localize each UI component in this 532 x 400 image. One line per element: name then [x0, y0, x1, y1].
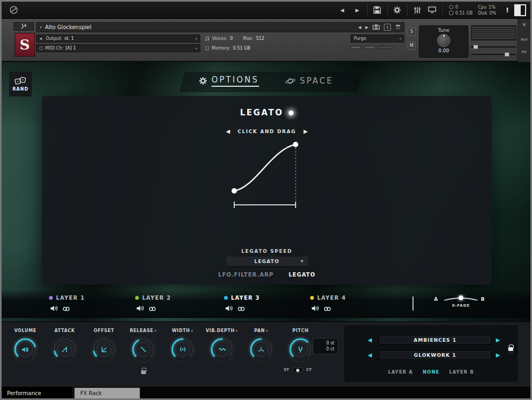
pan-knob[interactable]: PAN▾ — [241, 328, 281, 363]
offset-knob[interactable]: OFFSET — [84, 328, 124, 363]
layer-tab-2[interactable]: LAYER 2 — [135, 295, 171, 314]
vib-menu-caret-icon[interactable]: ▾ — [236, 329, 238, 333]
mute-button[interactable]: M — [408, 42, 416, 50]
layer-tab-3[interactable]: LAYER 3 — [224, 295, 260, 314]
aux-label[interactable]: aux — [518, 37, 530, 42]
st-label[interactable]: ST — [284, 368, 289, 372]
title-caret-icon[interactable]: ▾ — [40, 25, 42, 30]
release-knob[interactable]: RELEASE▾ — [123, 328, 163, 376]
info-icon[interactable]: i — [384, 24, 391, 31]
width-knob[interactable]: WIDTH▾ — [163, 328, 202, 363]
pan-menu-caret-icon[interactable]: ▾ — [266, 329, 268, 333]
warning-indicator[interactable]: ! — [506, 6, 509, 14]
layer1-link-icon[interactable] — [62, 304, 70, 314]
tab-options[interactable]: OPTIONS — [199, 75, 259, 87]
pan-label: PAN — [254, 328, 265, 333]
kontakt-window: ◀ ▶ 0 0.51 GB — [0, 0, 532, 400]
bottom-controls: VOLUME ATTACK OFFSET RELEASE▾ — [2, 321, 530, 386]
browser-toggle-icon[interactable] — [6, 4, 21, 16]
pitch-semitones: 0 st — [313, 341, 334, 346]
layer2-label: LAYER 2 — [142, 295, 171, 301]
prev-instrument-icon[interactable]: ◀ — [358, 25, 361, 30]
tab-layer-b[interactable]: LAYER B — [449, 369, 474, 375]
tab-performance[interactable]: Performance — [2, 387, 73, 400]
slot-b-prev-button[interactable]: ◀ — [368, 352, 372, 358]
legato-speed-dropdown[interactable]: LEGATO ▼ — [226, 257, 308, 267]
layer1-speaker-icon[interactable] — [50, 304, 59, 314]
release-lock-icon[interactable] — [141, 370, 146, 374]
pan-slider[interactable] — [471, 52, 516, 57]
tune-knob[interactable] — [437, 34, 450, 47]
page-legato[interactable]: LEGATO — [289, 272, 316, 278]
page-lfo-filter-arp[interactable]: LFO.FILTER.ARP — [218, 272, 274, 278]
wrench-edit-button[interactable] — [13, 22, 34, 31]
disk-value: 0% — [489, 11, 496, 16]
midi-caret-icon: ▾ — [195, 46, 197, 50]
slot-a-prev-button[interactable]: ◀ — [368, 337, 372, 343]
st-ct-switch[interactable] — [292, 367, 303, 373]
slot-b-next-button[interactable]: ▶ — [496, 352, 500, 358]
layer-ab-tabs: LAYER A NONE LAYER B — [345, 369, 517, 375]
curve-start-handle[interactable] — [232, 188, 237, 194]
layer4-label: LAYER 4 — [317, 295, 346, 301]
layer3-link-icon[interactable] — [237, 304, 245, 314]
width-menu-caret-icon[interactable]: ▾ — [191, 329, 193, 333]
attack-ramp-icon — [51, 336, 78, 363]
layer2-speaker-icon[interactable] — [136, 304, 145, 314]
minimize-view-icon[interactable] — [395, 24, 401, 31]
settings-gear-icon[interactable] — [390, 4, 405, 16]
attack-knob[interactable]: ATTACK — [45, 328, 85, 363]
tab-fx-rack[interactable]: FX Rack — [74, 388, 140, 399]
tab-layer-a[interactable]: LAYER A — [388, 369, 413, 375]
next-curve-button[interactable]: ▶ — [304, 128, 308, 134]
release-ramp-icon — [130, 336, 157, 363]
keyboard-view-icon[interactable] — [425, 4, 440, 16]
st-ct-toggle: ST CT — [284, 367, 318, 373]
snapshot-camera-icon[interactable] — [373, 24, 380, 31]
layer-tab-4[interactable]: LAYER 4 — [310, 295, 346, 314]
ni-logo — [514, 4, 526, 16]
volume-knob[interactable]: VOLUME — [5, 328, 45, 363]
tab-none[interactable]: NONE — [423, 369, 439, 375]
ct-label[interactable]: CT — [306, 368, 312, 372]
layer4-speaker-icon[interactable] — [311, 304, 320, 314]
mixer-view-icon[interactable] — [410, 4, 425, 16]
instrument-title-bar[interactable]: ▾ Alto Glockenspiel ◀ ▶ i — [36, 22, 404, 32]
tab-space[interactable]: SPACE — [285, 75, 334, 87]
divider — [387, 4, 388, 16]
close-icon[interactable]: ✕ — [518, 22, 530, 27]
slot-b-selector[interactable]: GLOKWORK 1 — [379, 350, 492, 360]
layer2-link-icon[interactable] — [149, 304, 156, 314]
nav-back-button[interactable]: ◀ — [335, 4, 350, 16]
curve-end-handle[interactable] — [293, 142, 298, 147]
layer2-color-dot — [135, 296, 139, 300]
midi-channel-select[interactable]: MIDI Ch: [A] 1 ▾ — [36, 44, 200, 52]
tab-options-label: OPTIONS — [212, 75, 259, 87]
layer3-speaker-icon[interactable] — [225, 304, 234, 314]
release-menu-caret-icon[interactable]: ▾ — [155, 329, 157, 333]
instrument-header: S ▾ Alto Glockenspiel ◀ ▶ i Output: st. … — [2, 19, 530, 62]
vib-depth-knob[interactable]: VIB.DEPTH▾ — [202, 328, 242, 363]
legato-curve-editor[interactable] — [227, 137, 307, 216]
prev-curve-button[interactable]: ◀ — [226, 128, 230, 134]
save-icon[interactable] — [370, 4, 385, 16]
layer-tab-1[interactable]: LAYER 1 — [49, 295, 85, 314]
tab-space-label: SPACE — [300, 76, 334, 86]
slot-lock-button[interactable] — [506, 342, 515, 355]
pitch-value-display: 0 st 0 ct — [313, 338, 338, 354]
volume-slider[interactable] — [471, 45, 516, 49]
xfade-slider[interactable]: X-FADE — [443, 294, 479, 308]
layer4-link-icon[interactable] — [324, 304, 331, 314]
slot-a-next-button[interactable]: ▶ — [496, 337, 500, 343]
solo-button[interactable]: S — [408, 27, 416, 36]
next-instrument-icon[interactable]: ▶ — [366, 25, 368, 30]
legato-toggle[interactable] — [289, 111, 293, 115]
purge-menu[interactable]: Purge ▾ — [351, 35, 404, 43]
nav-forward-button[interactable]: ▶ — [350, 4, 365, 16]
slot-a-selector[interactable]: AMBIENCES 1 — [379, 335, 492, 345]
output-select[interactable]: Output: st. 1 ▾ — [36, 35, 200, 43]
pv-label[interactable]: PV — [518, 50, 530, 54]
pan-arc-icon — [248, 336, 275, 363]
max-value: 512 — [256, 36, 264, 41]
volume-label: VOLUME — [14, 328, 36, 333]
